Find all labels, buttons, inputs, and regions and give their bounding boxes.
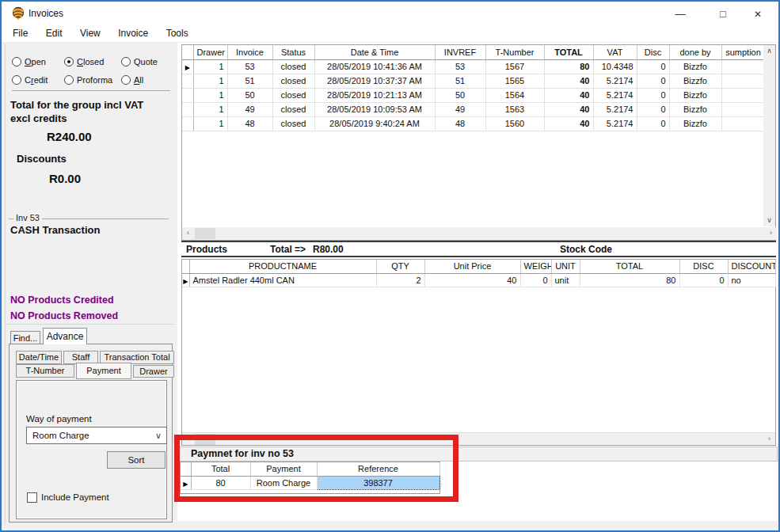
include-payment-checkbox[interactable] <box>27 492 37 503</box>
horizontal-scrollbar[interactable]: ‹ › <box>182 227 777 240</box>
col-disc[interactable]: DISC <box>679 260 728 273</box>
divider <box>6 324 174 325</box>
horizontal-scrollbar[interactable]: ‹ › <box>182 432 775 445</box>
payment-tab-content: Way of payment Room Charge ∨ Sort Includ… <box>16 380 167 519</box>
payment-row[interactable]: ▶ 80 Room Charge 398377 <box>181 476 439 489</box>
chevron-down-icon: ∨ <box>155 428 162 443</box>
invoice-header-row: Drawer Invoice Status Date & Time INVREF… <box>182 45 765 59</box>
col-productname[interactable]: PRODUCTNAME <box>189 260 376 273</box>
col-vat[interactable]: VAT <box>593 45 637 59</box>
minimize-button[interactable]: — <box>668 6 692 22</box>
col-invref[interactable]: INVREF <box>435 45 485 59</box>
col-payment[interactable]: Payment <box>250 462 317 476</box>
radio-closed[interactable]: Closed <box>64 57 104 68</box>
row-indicator-icon: ▶ <box>183 481 188 488</box>
radio-open[interactable]: Open <box>12 57 46 68</box>
app-icon <box>11 6 25 21</box>
col-date-time[interactable]: Date & Time <box>314 45 435 59</box>
group-total-value: R240.00 <box>47 130 92 143</box>
radio-credit[interactable]: Credit <box>12 75 48 86</box>
invoice-row[interactable]: ▶ 1 53 closed 28/05/2019 10:41:36 AM 53 … <box>182 59 765 74</box>
sort-button[interactable]: Sort <box>107 451 166 469</box>
tab-date-time[interactable]: Date/Time <box>16 351 62 364</box>
radio-proforma[interactable]: Proforma <box>64 75 112 86</box>
row-indicator-icon: ▶ <box>183 278 188 285</box>
tab-payment[interactable]: Payment <box>76 363 131 379</box>
maximize-button[interactable]: □ <box>711 6 735 22</box>
menu-item-edit[interactable]: Edit <box>39 25 70 41</box>
radio-closed-circle <box>64 57 74 66</box>
invoice-grid: Drawer Invoice Status Date & Time INVREF… <box>181 44 776 241</box>
scrollbar-thumb[interactable] <box>195 228 215 239</box>
col-qty[interactable]: QTY <box>376 260 424 273</box>
no-products-removed-note: NO Products Removed <box>10 310 118 321</box>
close-button[interactable]: ✕ <box>746 6 770 22</box>
payment-table: Total Payment Reference ▶ 80 Room Charge… <box>181 462 440 490</box>
scroll-right-icon[interactable]: › <box>763 433 775 445</box>
menu-item-tools[interactable]: Tools <box>159 25 196 41</box>
col-disc[interactable]: Disc <box>637 45 669 59</box>
col-unit[interactable]: UNIT <box>551 260 580 273</box>
close-icon: ✕ <box>754 9 762 20</box>
payment-header-row: Total Payment Reference <box>181 462 439 476</box>
product-row[interactable]: ▶ Amstel Radler 440ml CAN 2 40 0 unit 80… <box>182 273 775 287</box>
col-sumption[interactable]: sumption <box>721 45 765 59</box>
no-products-credited-note: NO Products Credited <box>10 294 114 306</box>
col-weight[interactable]: WEIGHT <box>520 260 551 273</box>
col-total[interactable]: TOTAL <box>544 45 593 59</box>
products-grid: PRODUCTNAME QTY Unit Price WEIGHT UNIT T… <box>181 259 776 446</box>
invoice-groupbox-label: Inv 53 <box>13 213 42 222</box>
scroll-down-icon[interactable]: ∨ <box>763 215 775 226</box>
col-invoice[interactable]: Invoice <box>227 45 272 59</box>
radio-quote[interactable]: Quote <box>121 57 158 68</box>
radio-proforma-circle <box>64 75 74 85</box>
col-t-number[interactable]: T-Number <box>485 45 544 59</box>
window-title: Invoices <box>29 8 63 19</box>
left-panel: Open Closed Quote Credit Proforma All To… <box>5 44 173 524</box>
col-status[interactable]: Status <box>272 45 314 59</box>
way-of-payment-select[interactable]: Room Charge ∨ <box>26 427 167 444</box>
col-drawer[interactable]: Drawer <box>193 45 227 59</box>
payment-reference-cell[interactable]: 398377 <box>317 476 439 489</box>
transaction-type-label: CASH Transaction <box>10 224 100 236</box>
scroll-left-icon[interactable]: ‹ <box>182 433 194 445</box>
radio-all[interactable]: All <box>121 75 143 86</box>
invoice-row[interactable]: 1 48 closed 28/05/2019 9:40:24 AM 48 156… <box>182 116 765 131</box>
menu-bar: File Edit View Invoice Tools <box>2 25 778 43</box>
scroll-up-icon[interactable]: ∧ <box>763 45 775 57</box>
tab-drawer[interactable]: Drawer <box>133 365 174 378</box>
col-unit-price[interactable]: Unit Price <box>424 260 520 273</box>
col-total[interactable]: Total <box>191 462 250 476</box>
menu-item-file[interactable]: File <box>6 25 35 41</box>
tab-find[interactable]: Find... <box>10 331 40 344</box>
app-window: Invoices — □ ✕ File Edit View Invoice To… <box>0 0 780 532</box>
tab-t-number[interactable]: T-Number <box>16 364 74 378</box>
include-payment-label: Include Payment <box>41 492 109 502</box>
way-of-payment-label: Way of payment <box>26 414 92 424</box>
payment-method-cell: Room Charge <box>250 476 317 489</box>
discounts-label: Discounts <box>17 153 67 165</box>
menu-item-invoice[interactable]: Invoice <box>111 25 155 41</box>
col-done-by[interactable]: done by <box>669 45 721 59</box>
radio-credit-circle <box>12 75 21 85</box>
scroll-right-icon[interactable]: › <box>765 227 777 239</box>
vertical-scrollbar[interactable]: ∧ ∨ <box>763 45 775 226</box>
title-bar: Invoices — □ ✕ <box>2 2 778 25</box>
products-header-row: PRODUCTNAME QTY Unit Price WEIGHT UNIT T… <box>182 260 775 273</box>
invoice-row[interactable]: 1 51 closed 28/05/2019 10:37:37 AM 51 15… <box>182 74 765 88</box>
group-total-label-line2: excl credits <box>10 112 67 124</box>
scroll-left-icon[interactable]: ‹ <box>182 227 194 239</box>
menu-item-view[interactable]: View <box>73 25 108 41</box>
products-title: Products <box>186 244 227 255</box>
col-total[interactable]: TOTAL <box>580 260 679 273</box>
invoice-row[interactable]: 1 49 closed 28/05/2019 10:09:53 AM 49 15… <box>182 102 765 116</box>
radio-open-circle <box>12 57 21 66</box>
stock-code-label: Stock Code <box>560 244 612 255</box>
tab-advance[interactable]: Advance <box>43 328 87 344</box>
invoice-row[interactable]: 1 50 closed 28/05/2019 10:21:13 AM 50 15… <box>182 88 765 102</box>
products-total-value: R80.00 <box>313 244 344 255</box>
scrollbar-thumb[interactable] <box>195 434 215 445</box>
radio-all-circle <box>121 75 131 85</box>
col-reference[interactable]: Reference <box>317 462 439 476</box>
col-discount[interactable]: DISCOUNT <box>728 260 775 273</box>
